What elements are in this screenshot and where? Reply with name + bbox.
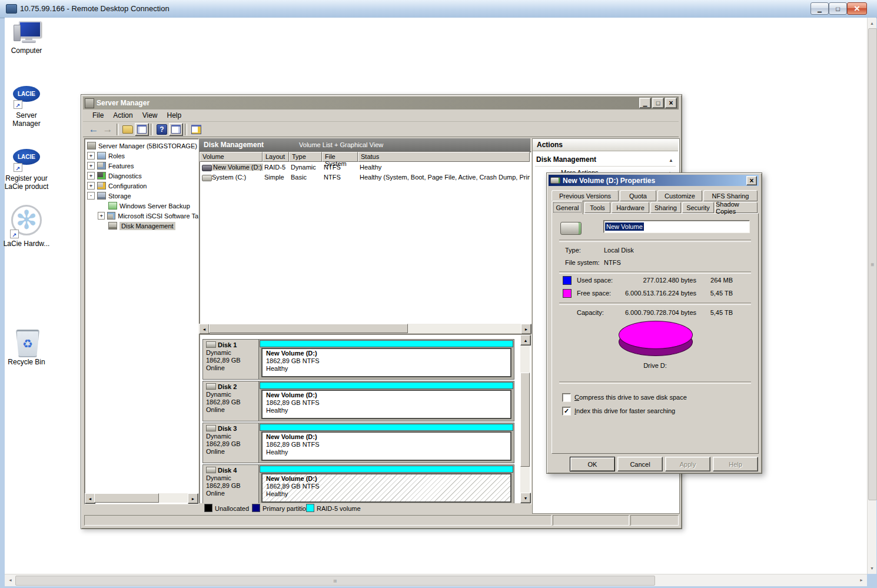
compress-checkbox[interactable] <box>562 393 571 402</box>
show-console-tree-button[interactable] <box>135 123 149 136</box>
expand-icon[interactable]: + <box>87 182 95 190</box>
forward-button[interactable] <box>101 123 115 136</box>
tree-item-diagnostics[interactable]: + Diagnostics <box>87 171 198 181</box>
used-space-swatch <box>563 276 572 285</box>
volume-row-system[interactable]: System (C:) Simple Basic NTFS Healthy (S… <box>200 173 530 183</box>
collapse-icon[interactable]: - <box>87 192 95 200</box>
desktop-icon-computer[interactable]: Computer <box>1 21 52 55</box>
volume-region[interactable]: New Volume (D:) 1862,89 GB NTFS Healthy <box>259 381 514 421</box>
cancel-button[interactable]: Cancel <box>617 457 663 471</box>
scroll-thumb[interactable] <box>209 324 408 333</box>
tree-item-disk-management[interactable]: Disk Management <box>108 221 198 231</box>
volume-list-header: Volume Layout Type File System Status <box>200 152 530 162</box>
rdp-horizontal-scrollbar[interactable] <box>5 574 867 586</box>
tab-tools[interactable]: Tools <box>584 202 610 213</box>
desktop-icon-register-lacie[interactable]: LACIE Register your LaCie product <box>1 149 52 191</box>
graphical-view-vscrollbar[interactable] <box>520 335 530 502</box>
tree-item-configuration[interactable]: + Configuration <box>87 181 198 191</box>
tree-item-iscsi[interactable]: + Microsoft iSCSI Software Ta <box>98 211 198 221</box>
tab-nfs-sharing[interactable]: NFS Sharing <box>703 190 758 201</box>
scroll-right-icon[interactable] <box>521 324 531 334</box>
collapse-icon[interactable] <box>669 156 673 163</box>
tree-item-windows-server-backup[interactable]: Windows Server Backup <box>108 201 198 211</box>
tree-horizontal-scrollbar[interactable] <box>85 493 197 503</box>
column-layout[interactable]: Layout <box>263 152 289 162</box>
volume-row-new-volume[interactable]: New Volume (D:) RAID-5 Dynamic NTFS Heal… <box>200 163 530 173</box>
column-type[interactable]: Type <box>289 152 322 162</box>
scroll-thumb[interactable] <box>94 493 159 503</box>
minimize-button[interactable] <box>639 98 651 108</box>
tree-item-features[interactable]: + Features <box>87 161 198 171</box>
rdp-maximize-button[interactable] <box>829 2 847 15</box>
volume-region[interactable]: New Volume (D:) 1862,89 GB NTFS Healthy <box>259 340 514 379</box>
tab-hardware[interactable]: Hardware <box>612 202 649 213</box>
close-button[interactable] <box>665 98 677 108</box>
dialog-titlebar[interactable]: New Volume (D:) Properties <box>549 175 759 186</box>
scroll-left-icon[interactable] <box>199 324 210 334</box>
index-checkbox[interactable]: ✓ <box>562 407 571 416</box>
menu-view[interactable]: View <box>138 110 162 121</box>
tab-previous-versions[interactable]: Previous Versions <box>552 190 619 201</box>
expand-icon[interactable]: + <box>87 172 95 180</box>
scroll-right-icon[interactable] <box>188 493 198 504</box>
back-button[interactable] <box>87 123 101 136</box>
tree-item-roles[interactable]: + Roles <box>87 151 198 161</box>
dialog-close-button[interactable] <box>746 176 757 185</box>
disk-info[interactable]: Disk 1 Dynamic 1862,89 GB Online <box>203 340 259 379</box>
scroll-right-icon[interactable] <box>857 575 866 585</box>
server-manager-titlebar[interactable]: Server Manager <box>83 97 679 109</box>
tab-shadow-copies[interactable]: Shadow Copies <box>715 202 758 213</box>
disk-info[interactable]: Disk 2 Dynamic 1862,89 GB Online <box>203 381 259 421</box>
actions-section-disk-management[interactable]: Disk Management <box>533 153 678 166</box>
menu-file[interactable]: File <box>88 110 108 121</box>
volume-region[interactable]: New Volume (D:) 1862,89 GB NTFS Healthy <box>259 423 514 463</box>
column-status[interactable]: Status <box>358 152 530 162</box>
tab-sharing[interactable]: Sharing <box>650 202 681 213</box>
column-volume[interactable]: Volume <box>200 152 263 162</box>
menu-help[interactable]: Help <box>162 110 187 121</box>
rdp-vscroll-thumb[interactable] <box>868 28 877 500</box>
tab-general[interactable]: General <box>552 201 583 214</box>
rdp-titlebar[interactable]: 10.75.99.166 - Remote Desktop Connection <box>0 0 877 18</box>
tree-root[interactable]: Server Manager (5BIGSTORAGE) <box>87 141 198 151</box>
unallocated-color-swatch <box>204 504 212 512</box>
volume-name-input[interactable]: New Volume <box>603 220 750 233</box>
scroll-down-icon[interactable] <box>868 564 876 573</box>
desktop-icon-server-manager[interactable]: LACIE Server Manager <box>1 86 52 128</box>
help-button[interactable] <box>155 123 169 136</box>
expand-icon[interactable]: + <box>87 162 95 170</box>
rdp-minimize-button[interactable] <box>810 2 829 15</box>
volume-region-selected[interactable]: New Volume (D:) 1862,89 GB NTFS Healthy <box>259 465 514 504</box>
scroll-up-icon[interactable] <box>868 19 876 28</box>
free-space-human: 5,45 TB <box>700 290 733 297</box>
scroll-up-icon[interactable] <box>520 335 531 346</box>
rdp-vertical-scrollbar[interactable] <box>867 18 876 574</box>
scroll-left-icon[interactable] <box>6 575 15 585</box>
tree-item-storage[interactable]: - Storage <box>87 191 198 201</box>
disk-info[interactable]: Disk 4 Dynamic 1862,89 GB Online <box>203 465 259 504</box>
ok-button[interactable]: OK <box>570 457 615 471</box>
disk-info[interactable]: Disk 3 Dynamic 1862,89 GB Online <box>203 423 259 463</box>
tab-quota[interactable]: Quota <box>620 190 656 201</box>
rdp-app-icon <box>6 4 17 14</box>
export-list-button[interactable] <box>121 123 135 136</box>
scroll-thumb[interactable] <box>520 373 530 467</box>
pie-top-free <box>619 321 693 349</box>
configure-button[interactable] <box>189 123 203 136</box>
tab-customize[interactable]: Customize <box>657 190 702 201</box>
rdp-close-button[interactable] <box>847 2 867 15</box>
rdp-hscroll-thumb[interactable] <box>15 576 655 586</box>
maximize-button[interactable] <box>652 98 664 108</box>
expand-icon[interactable]: + <box>98 212 105 220</box>
menu-action[interactable]: Action <box>108 110 137 121</box>
desktop-icon-lacie-hardware[interactable]: LaCie Hardw... <box>1 205 52 248</box>
desktop-icon-recycle-bin[interactable]: Recycle Bin <box>1 327 52 366</box>
scroll-down-icon[interactable] <box>520 493 531 503</box>
free-space-bytes: 6.000.513.716.224 bytes <box>614 290 696 297</box>
show-actions-pane-button[interactable] <box>169 123 183 136</box>
storage-icon <box>97 192 106 200</box>
volume-list-hscrollbar[interactable] <box>199 324 530 333</box>
expand-icon[interactable]: + <box>87 152 95 160</box>
tab-security[interactable]: Security <box>682 202 714 213</box>
column-file-system[interactable]: File System <box>322 152 358 162</box>
